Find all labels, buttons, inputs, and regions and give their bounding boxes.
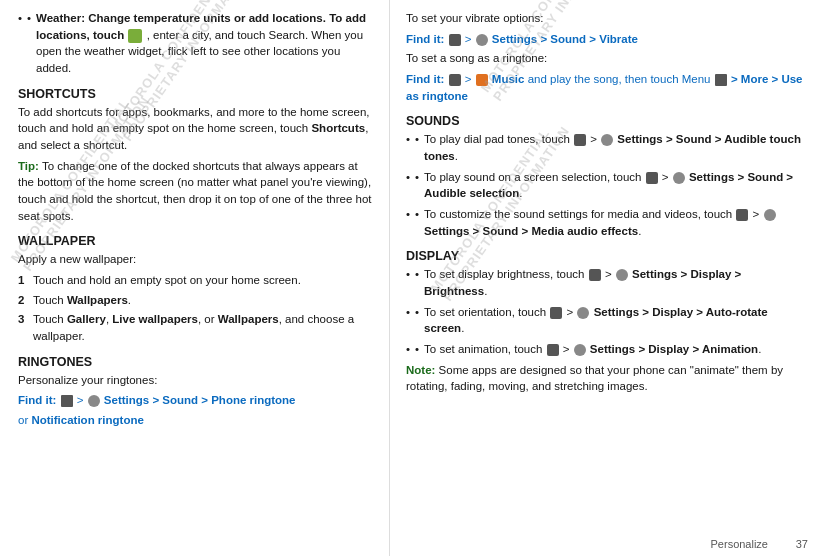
note-label: Note: xyxy=(406,364,435,376)
step2-num: 2 xyxy=(18,292,28,309)
sounds-b3: • To customize the sound settings for me… xyxy=(406,206,804,239)
sounds-b1: • To play dial pad tones, touch > Settin… xyxy=(406,131,804,164)
display-b1: • To set display brightness, touch > Set… xyxy=(406,266,804,299)
home-icon-s3 xyxy=(736,209,748,221)
left-column: • Weather: Change temperature units or a… xyxy=(0,0,390,556)
vibrate-intro: To set your vibrate options: xyxy=(406,10,804,27)
display-b3: • To set animation, touch > Settings > D… xyxy=(406,341,804,358)
ringtones-intro: Personalize your ringtones: xyxy=(18,372,375,389)
wallpaper-intro: Apply a new wallpaper: xyxy=(18,251,375,268)
settings-icon-s3 xyxy=(764,209,776,221)
home-icon-d1 xyxy=(589,269,601,281)
note-p: Note: Some apps are designed so that you… xyxy=(406,362,804,395)
shortcuts-p: To add shortcuts for apps, bookmarks, an… xyxy=(18,104,375,154)
findit-ringtone-label: Find it: xyxy=(406,73,444,85)
home-icon-s2 xyxy=(646,172,658,184)
step1: 1 Touch and hold an empty spot on your h… xyxy=(18,272,375,289)
findit-ringtone: Find it: > Music and play the song, then… xyxy=(406,71,804,104)
tip-label: Tip: xyxy=(18,160,39,172)
settings-icon-left xyxy=(88,395,100,407)
page-number: 37 xyxy=(796,538,808,550)
findit1-line: Find it: > Settings > Sound > Phone ring… xyxy=(18,392,375,409)
weather-icon xyxy=(128,29,142,43)
findit1-line2: or Notification ringtone xyxy=(18,412,375,429)
menu-icon xyxy=(715,74,727,86)
tip-p: Tip: To change one of the docked shortcu… xyxy=(18,158,375,225)
page-container: • Weather: Change temperature units or a… xyxy=(0,0,818,556)
home-icon-r xyxy=(449,74,461,86)
ringtone-song-intro: To set a song as a ringtone: xyxy=(406,50,804,67)
settings-icon-s2 xyxy=(673,172,685,184)
note-text: Some apps are designed so that your phon… xyxy=(406,364,783,393)
step2-text: Touch Wallpapers. xyxy=(33,292,131,309)
page-footer-label: Personalize xyxy=(711,538,768,550)
sounds-b2: • To play sound on a screen selection, t… xyxy=(406,169,804,202)
step1-num: 1 xyxy=(18,272,28,289)
home-icon-d2 xyxy=(550,307,562,319)
step3-text: Touch Gallery, Live wallpapers, or Wallp… xyxy=(33,311,375,344)
display-title: DISPLAY xyxy=(406,249,804,263)
right-column: To set your vibrate options: Find it: > … xyxy=(390,0,818,556)
step3-num: 3 xyxy=(18,311,28,344)
step3: 3 Touch Gallery, Live wallpapers, or Wal… xyxy=(18,311,375,344)
settings-icon-s1 xyxy=(601,134,613,146)
display-b2: • To set orientation, touch > Settings >… xyxy=(406,304,804,337)
settings-icon-d2 xyxy=(577,307,589,319)
tip-text: To change one of the docked shortcuts th… xyxy=(18,160,372,222)
page-footer: 37 xyxy=(796,538,808,550)
shortcuts-title: SHORTCUTS xyxy=(18,87,375,101)
music-icon xyxy=(476,74,488,86)
personalize-label: Personalize xyxy=(711,538,768,550)
findit1-label: Find it: xyxy=(18,394,56,406)
sounds-title: SOUNDS xyxy=(406,114,804,128)
settings-icon-d3 xyxy=(574,344,586,356)
findit-vibrate-label: Find it: xyxy=(406,33,444,45)
home-icon-d3 xyxy=(547,344,559,356)
wallpaper-title: WALLPAPER xyxy=(18,234,375,248)
ringtones-title: RINGTONES xyxy=(18,355,375,369)
weather-bullet: • Weather: Change temperature units or a… xyxy=(18,10,375,77)
home-icon-s1 xyxy=(574,134,586,146)
findit1-icon xyxy=(61,395,73,407)
settings-icon-d1 xyxy=(616,269,628,281)
step1-text: Touch and hold an empty spot on your hom… xyxy=(33,272,301,289)
step2: 2 Touch Wallpapers. xyxy=(18,292,375,309)
home-icon-v xyxy=(449,34,461,46)
settings-icon-v xyxy=(476,34,488,46)
findit-vibrate: Find it: > Settings > Sound > Vibrate xyxy=(406,31,804,48)
